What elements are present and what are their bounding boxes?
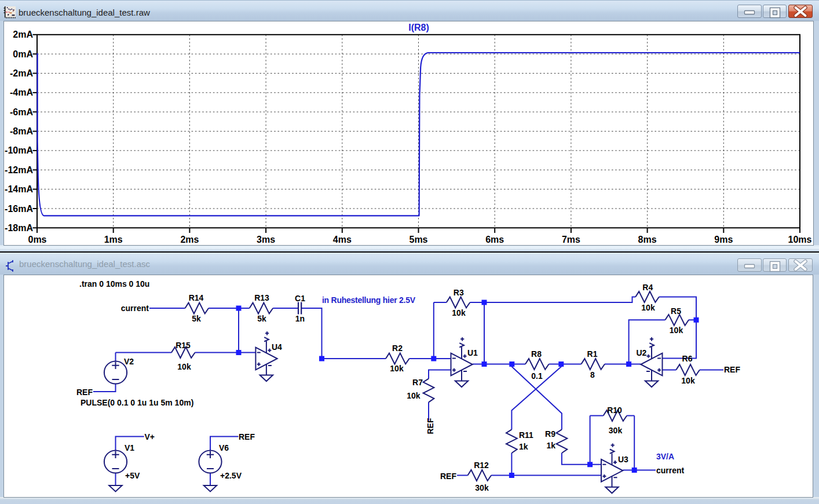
svg-text:C1: C1 — [295, 294, 305, 303]
svg-text:10k: 10k — [407, 391, 421, 400]
svg-text:U3: U3 — [618, 455, 628, 464]
svg-text:2ms: 2ms — [180, 235, 199, 244]
svg-text:REF: REF — [440, 472, 456, 481]
svg-text:10k: 10k — [177, 362, 191, 371]
svg-text:-18mA: -18mA — [5, 223, 33, 233]
svg-text:REF: REF — [426, 418, 435, 434]
svg-text:30k: 30k — [609, 426, 623, 435]
svg-text:9ms: 9ms — [714, 235, 733, 244]
svg-text:REF: REF — [239, 432, 255, 441]
svg-text:1k: 1k — [546, 441, 555, 450]
svg-text:0ms: 0ms — [28, 235, 46, 244]
svg-text:R7: R7 — [412, 378, 423, 387]
svg-text:10k: 10k — [670, 326, 683, 335]
svg-text:5k: 5k — [257, 314, 266, 323]
svg-text:4ms: 4ms — [333, 235, 352, 244]
svg-text:current: current — [121, 304, 149, 313]
svg-text:current: current — [656, 466, 685, 475]
svg-text:R1: R1 — [587, 349, 598, 359]
svg-text:in Ruhestellung hier 2.5V: in Ruhestellung hier 2.5V — [322, 295, 416, 305]
svg-text:R14: R14 — [189, 293, 204, 302]
svg-text:R15: R15 — [176, 341, 191, 350]
svg-text:R2: R2 — [392, 344, 403, 353]
svg-text:+2.5V: +2.5V — [220, 471, 242, 480]
svg-text:1n: 1n — [295, 314, 305, 323]
svg-text:R12: R12 — [474, 461, 489, 470]
svg-text:U1: U1 — [467, 348, 478, 357]
svg-text:REF: REF — [76, 388, 93, 397]
svg-text:10ms: 10ms — [788, 235, 812, 244]
svg-text:0.1: 0.1 — [531, 371, 543, 381]
svg-text:10k: 10k — [681, 376, 695, 385]
svg-text:R8: R8 — [531, 349, 542, 359]
svg-text:R9: R9 — [545, 429, 555, 439]
svg-text:-14mA: -14mA — [5, 184, 33, 194]
svg-text:PULSE(0 0.1 0 1u 1u 5m 10m): PULSE(0 0.1 0 1u 1u 5m 10m) — [81, 398, 193, 407]
svg-text:1k: 1k — [519, 442, 528, 451]
svg-text:8: 8 — [590, 370, 595, 379]
svg-text:U2: U2 — [637, 348, 647, 357]
svg-text:5k: 5k — [192, 314, 201, 323]
svg-text:-16mA: -16mA — [5, 204, 33, 214]
svg-text:+5V: +5V — [125, 471, 140, 480]
svg-text:10k: 10k — [390, 364, 404, 373]
svg-text:5ms: 5ms — [409, 235, 427, 244]
svg-text:R11: R11 — [519, 430, 533, 440]
svg-text:0mA: 0mA — [13, 49, 33, 59]
svg-text:REF: REF — [724, 365, 740, 374]
svg-text:2mA: 2mA — [13, 30, 33, 39]
svg-text:-4mA: -4mA — [10, 87, 33, 97]
svg-text:8ms: 8ms — [638, 235, 657, 244]
svg-text:V1: V1 — [125, 443, 134, 452]
svg-text:.tran 0 10ms 0 10u: .tran 0 10ms 0 10u — [79, 279, 149, 288]
svg-text:-6mA: -6mA — [10, 107, 33, 117]
svg-text:R4: R4 — [642, 283, 653, 292]
svg-text:R13: R13 — [254, 293, 269, 302]
svg-text:R10: R10 — [607, 406, 622, 415]
svg-text:-10mA: -10mA — [5, 145, 33, 155]
svg-text:6ms: 6ms — [485, 235, 504, 244]
svg-text:3V/A: 3V/A — [656, 452, 674, 461]
svg-text:1ms: 1ms — [104, 235, 123, 244]
svg-text:-8mA: -8mA — [10, 126, 33, 136]
svg-text:V6: V6 — [219, 443, 229, 452]
svg-text:3ms: 3ms — [257, 235, 275, 244]
svg-text:V2: V2 — [124, 357, 134, 366]
svg-text:10k: 10k — [641, 303, 655, 312]
svg-text:V+: V+ — [145, 432, 155, 441]
svg-text:30k: 30k — [475, 483, 489, 492]
svg-text:I(R8): I(R8) — [408, 23, 429, 32]
svg-text:R5: R5 — [671, 306, 681, 316]
svg-text:10k: 10k — [452, 308, 466, 317]
svg-text:-2mA: -2mA — [10, 68, 33, 78]
svg-text:-12mA: -12mA — [5, 165, 33, 175]
svg-text:R6: R6 — [682, 354, 693, 363]
svg-text:7ms: 7ms — [562, 235, 580, 244]
svg-text:U4: U4 — [272, 342, 282, 352]
svg-text:R3: R3 — [454, 288, 464, 297]
